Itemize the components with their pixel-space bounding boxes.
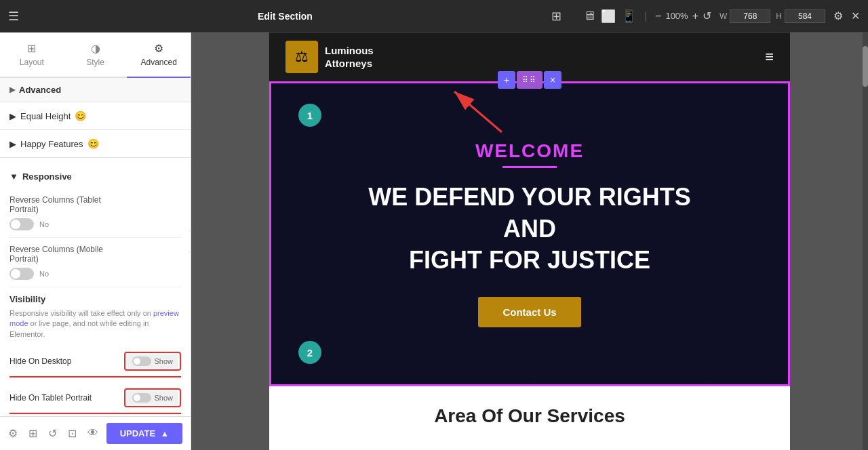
happy-features-emoji: 😊 (87, 138, 99, 149)
main-layout: ⊞ Layout ◑ Style ⚙ Advanced ▶ Advanced ▶… (0, 33, 868, 450)
step-badge-1: 1 (298, 104, 321, 127)
responsive-bottom-icon[interactable]: ⊡ (68, 427, 77, 440)
hide-tablet-label: Hide On Tablet Portrait (9, 393, 92, 403)
hide-desktop-toggle-box: Show (124, 352, 181, 371)
settings-icon[interactable]: ⚙ (833, 9, 843, 22)
equal-height-section[interactable]: ▶ Equal Height 😊 (0, 102, 191, 130)
step-badge-2: 2 (298, 341, 321, 364)
desktop-icon[interactable]: 🖥 (583, 9, 595, 23)
hide-tablet-row: Hide On Tablet Portrait Show (9, 383, 181, 414)
responsive-section: ▼ Responsive Reverse Columns (Tablet Por… (0, 158, 191, 287)
happy-features-arrow-icon: ▶ (9, 139, 16, 149)
undo-bottom-icon[interactable]: ↺ (48, 427, 57, 440)
add-icon: + (504, 75, 509, 85)
advanced-tab-icon: ⚙ (154, 42, 163, 55)
advanced-section[interactable]: ▶ Advanced (0, 78, 191, 102)
hero-title: WE DEFEND YOUR RIGHTS AND FIGHT FOR JUST… (368, 182, 690, 277)
reverse-tablet-value: No (39, 220, 49, 228)
responsive-title[interactable]: ▼ Responsive (9, 165, 181, 188)
width-input[interactable] (730, 9, 770, 23)
equal-height-label: Equal Height (20, 111, 71, 121)
scrollbar-thumb (863, 46, 868, 87)
w-label: W (719, 12, 727, 21)
hero-add-button[interactable]: + (498, 71, 515, 89)
layout-tab-icon: ⊞ (27, 42, 36, 55)
divider: | (644, 10, 647, 22)
reverse-tablet-control: No (9, 218, 181, 230)
happy-features-section[interactable]: ▶ Happy Features 😊 (0, 130, 191, 158)
zoom-out-button[interactable]: − (655, 10, 661, 22)
zoom-control: − 100% + ↺ (655, 9, 711, 22)
width-group: W (719, 9, 770, 23)
happy-features-label: Happy Features (20, 139, 83, 149)
tab-layout[interactable]: ⊞ Layout (0, 33, 64, 78)
reverse-mobile-label: Reverse Columns (Mobile Portrait) (9, 245, 181, 264)
update-label: UPDATE (120, 428, 155, 438)
tab-style-label: Style (86, 58, 104, 67)
toolbar-right: W H ⚙ ✕ (719, 9, 860, 23)
hamburger-menu-icon[interactable]: ☰ (8, 9, 19, 24)
logo-icon: ⚖ (285, 41, 318, 73)
hero-overlay-controls: + ⠿⠿ × (498, 71, 561, 89)
zoom-value: 100% (665, 11, 688, 21)
style-tab-icon: ◑ (91, 42, 100, 55)
site-hero: + ⠿⠿ × 1 WELCOME WE DEFEND YOUR RIGHT (269, 81, 790, 386)
grid-icon[interactable]: ⊞ (551, 9, 561, 24)
hero-remove-button[interactable]: × (544, 71, 561, 89)
reverse-tablet-toggle[interactable] (9, 218, 34, 230)
equal-height-arrow-icon: ▶ (9, 111, 16, 121)
hide-desktop-switch (132, 356, 151, 366)
canvas-area: ⚖ Luminous Attorneys ≡ + ⠿⠿ (191, 33, 868, 450)
tab-style[interactable]: ◑ Style (64, 33, 127, 78)
h-label: H (776, 12, 782, 21)
reverse-mobile-toggle[interactable] (9, 268, 34, 280)
hide-desktop-toggle[interactable]: Show (127, 354, 178, 368)
advanced-label: Advanced (19, 85, 61, 95)
reverse-tablet-label: Reverse Columns (Tablet Portrait) (9, 195, 181, 214)
tablet-icon[interactable]: ⬜ (601, 9, 616, 24)
height-input[interactable] (785, 9, 825, 23)
responsive-arrow-icon: ▼ (9, 171, 18, 182)
hide-tablet-value: Show (154, 394, 173, 402)
reverse-mobile-row: Reverse Columns (Mobile Portrait) No (9, 238, 181, 287)
bottom-bar: ⚙ ⊞ ↺ ⊡ 👁 UPDATE ▲ (0, 416, 191, 450)
logo-text: Luminous Attorneys (325, 44, 374, 70)
tab-advanced[interactable]: ⚙ Advanced (127, 33, 191, 78)
tab-advanced-label: Advanced (140, 58, 176, 67)
update-chevron-icon: ▲ (161, 429, 169, 438)
device-switcher: 🖥 ⬜ 📱 (583, 9, 636, 24)
close-icon[interactable]: ✕ (851, 9, 860, 22)
remove-icon: × (550, 75, 555, 85)
panel-tabs: ⊞ Layout ◑ Style ⚙ Advanced (0, 33, 191, 78)
hero-drag-handle[interactable]: ⠿⠿ (517, 71, 542, 89)
layers-bottom-icon[interactable]: ⊞ (28, 427, 37, 440)
dimensions-control: W H (719, 9, 825, 23)
hide-tablet-toggle[interactable]: Show (127, 391, 178, 405)
scale-icon: ⚖ (295, 48, 309, 66)
top-toolbar: ☰ Edit Section ⊞ 🖥 ⬜ 📱 | − 100% + ↺ W H … (0, 0, 868, 33)
zoom-reset-button[interactable]: ↺ (703, 9, 711, 22)
site-logo: ⚖ Luminous Attorneys (285, 41, 374, 73)
tab-layout-label: Layout (20, 58, 44, 67)
hide-desktop-value: Show (154, 357, 173, 365)
hide-desktop-label: Hide On Desktop (9, 356, 71, 366)
eye-bottom-icon[interactable]: 👁 (87, 427, 98, 440)
reverse-tablet-row: Reverse Columns (Tablet Portrait) No (9, 188, 181, 238)
reverse-mobile-control: No (9, 268, 181, 280)
hero-cta-button[interactable]: Contact Us (478, 297, 580, 327)
nav-hamburger-icon[interactable]: ≡ (765, 48, 774, 66)
update-button[interactable]: UPDATE ▲ (106, 423, 182, 444)
bottom-icons: ⚙ ⊞ ↺ ⊡ 👁 (8, 427, 98, 440)
zoom-in-button[interactable]: + (692, 10, 698, 22)
hide-desktop-row: Hide On Desktop Show (9, 346, 181, 377)
left-panel: ⊞ Layout ◑ Style ⚙ Advanced ▶ Advanced ▶… (0, 33, 191, 450)
site-services: Area Of Our Services (269, 386, 790, 446)
mobile-icon[interactable]: 📱 (621, 9, 636, 24)
height-group: H (776, 9, 825, 23)
visibility-title: Visibility (9, 294, 181, 304)
drag-dots-icon: ⠿⠿ (522, 75, 537, 85)
canvas-scrollbar[interactable] (863, 33, 868, 450)
responsive-label: Responsive (22, 171, 72, 182)
settings-bottom-icon[interactable]: ⚙ (8, 427, 18, 440)
advanced-arrow-icon: ▶ (9, 85, 15, 94)
